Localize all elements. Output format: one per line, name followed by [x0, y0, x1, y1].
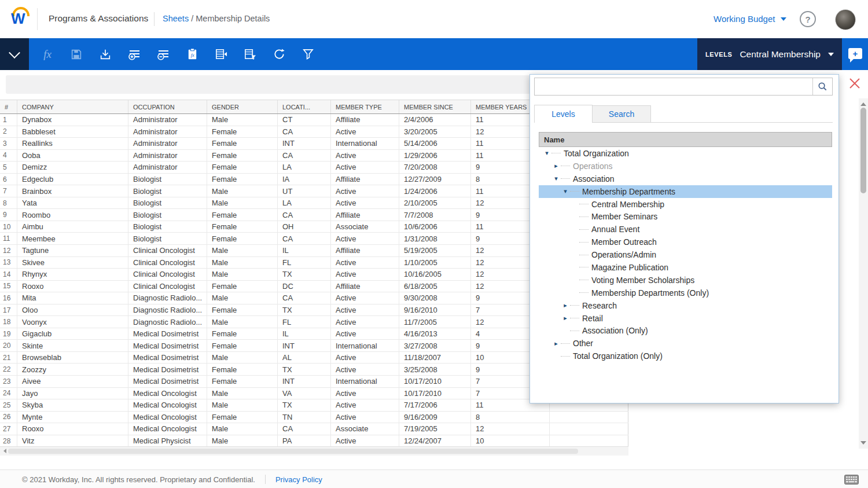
refresh-button[interactable]: [264, 42, 293, 67]
table-cell[interactable]: 12/27/2009: [399, 174, 471, 185]
search-button[interactable]: [812, 78, 832, 95]
table-cell[interactable]: Mita: [17, 292, 128, 304]
table-cell[interactable]: TX: [278, 304, 331, 316]
tree-item[interactable]: Magazine Publication: [539, 261, 832, 274]
table-cell[interactable]: Female: [207, 304, 278, 316]
chevron-collapsed-icon[interactable]: ▸: [562, 302, 569, 309]
table-cell[interactable]: Zoozzy: [17, 364, 128, 375]
vertical-scrollbar[interactable]: [859, 98, 868, 449]
table-cell[interactable]: 7/19/2005: [399, 423, 471, 435]
table-cell[interactable]: Female: [207, 376, 278, 387]
delete-row-button[interactable]: [149, 42, 178, 67]
table-cell[interactable]: 3/20/2005: [399, 126, 471, 138]
table-cell[interactable]: PA: [278, 435, 331, 447]
add-row-button[interactable]: [120, 42, 149, 67]
table-cell[interactable]: Female: [207, 209, 278, 221]
row-number-cell[interactable]: 16: [0, 292, 17, 304]
tree-item[interactable]: Member Seminars: [539, 210, 832, 223]
scroll-down-icon[interactable]: [860, 441, 866, 447]
table-cell[interactable]: Female: [207, 126, 278, 138]
table-cell[interactable]: 1/10/2005: [399, 257, 471, 269]
table-cell[interactable]: Medical Dosimetrist: [128, 328, 207, 340]
tree-item[interactable]: ▸Research: [539, 299, 832, 312]
table-cell[interactable]: Brainbox: [17, 185, 128, 197]
table-cell[interactable]: Male: [207, 257, 278, 269]
row-number-cell[interactable]: 24: [0, 388, 17, 399]
chevron-collapsed-icon[interactable]: ▸: [553, 163, 560, 169]
tree-item[interactable]: ▸Retail: [539, 312, 832, 325]
table-cell[interactable]: 9/30/2008: [399, 292, 471, 304]
table-cell[interactable]: Dynabox: [17, 114, 128, 126]
filter-button[interactable]: [293, 42, 322, 67]
table-cell[interactable]: CA: [278, 233, 331, 244]
sheet-display-button[interactable]: [207, 42, 236, 67]
table-cell[interactable]: 10/16/2005: [399, 269, 471, 280]
table-cell[interactable]: Male: [207, 423, 278, 435]
table-cell[interactable]: Active: [331, 316, 399, 328]
row-number-cell[interactable]: 27: [0, 423, 17, 435]
table-cell[interactable]: Vitz: [17, 435, 128, 447]
table-cell[interactable]: Administrator: [128, 126, 207, 138]
table-cell[interactable]: Administrator: [128, 150, 207, 162]
table-cell[interactable]: Affiliate: [331, 209, 399, 221]
row-number-cell[interactable]: 7: [0, 185, 17, 197]
table-cell[interactable]: Male: [207, 269, 278, 280]
column-header[interactable]: COMPANY: [17, 100, 128, 113]
row-number-cell[interactable]: 3: [0, 138, 17, 149]
table-cell[interactable]: TN: [278, 412, 331, 423]
column-header[interactable]: MEMBER SINCE: [399, 100, 471, 113]
table-cell[interactable]: Active: [331, 126, 399, 138]
table-cell[interactable]: Medical Dosimetrist: [128, 364, 207, 375]
tree-item[interactable]: Association (Only): [539, 324, 832, 337]
paste-formula-button[interactable]: fx: [178, 42, 207, 67]
table-cell[interactable]: Biologist: [128, 174, 207, 185]
table-cell[interactable]: Associate: [331, 221, 399, 233]
table-cell[interactable]: International: [331, 376, 399, 387]
table-cell[interactable]: Biologist: [128, 197, 207, 209]
table-cell[interactable]: Diagnostic Radiolo...: [128, 304, 207, 316]
table-cell[interactable]: Male: [207, 114, 278, 126]
row-number-cell[interactable]: 13: [0, 257, 17, 269]
tree-item[interactable]: Central Membership: [539, 198, 832, 211]
row-number-cell[interactable]: 17: [0, 304, 17, 316]
tree-item[interactable]: Membership Departments (Only): [539, 287, 832, 299]
table-cell-blank[interactable]: [550, 412, 628, 423]
table-cell[interactable]: Biologist: [128, 185, 207, 197]
table-cell[interactable]: Biologist: [128, 221, 207, 233]
table-cell[interactable]: Voonyx: [17, 316, 128, 328]
table-cell[interactable]: 12/24/2007: [399, 435, 471, 447]
chevron-expanded-icon[interactable]: ▾: [543, 150, 550, 156]
table-cell[interactable]: Affiliate: [331, 281, 399, 292]
table-cell[interactable]: Male: [207, 197, 278, 209]
table-cell[interactable]: DC: [278, 281, 331, 292]
comment-button[interactable]: +: [848, 48, 862, 59]
row-number-cell[interactable]: 20: [0, 340, 17, 351]
tab-search[interactable]: Search: [593, 105, 651, 123]
table-cell[interactable]: Active: [331, 233, 399, 244]
table-cell[interactable]: TX: [278, 399, 331, 411]
table-cell[interactable]: 10/6/2006: [399, 221, 471, 233]
table-cell[interactable]: Ooba: [17, 150, 128, 162]
table-cell[interactable]: 1/24/2006: [399, 185, 471, 197]
row-number-cell[interactable]: 6: [0, 174, 17, 185]
table-cell[interactable]: 7/20/2008: [399, 162, 471, 173]
table-cell[interactable]: Active: [331, 269, 399, 280]
row-number-cell[interactable]: 14: [0, 269, 17, 280]
table-cell[interactable]: Male: [207, 292, 278, 304]
table-cell[interactable]: Active: [331, 435, 399, 447]
table-cell[interactable]: Male: [207, 388, 278, 399]
horizontal-scroll-thumb[interactable]: [8, 449, 578, 454]
table-cell[interactable]: Male: [207, 185, 278, 197]
chevron-collapsed-icon[interactable]: ▸: [553, 340, 560, 347]
table-cell[interactable]: 12: [471, 423, 550, 435]
table-cell[interactable]: Male: [207, 399, 278, 411]
row-number-cell[interactable]: 5: [0, 162, 17, 173]
table-cell[interactable]: Active: [331, 162, 399, 173]
table-cell[interactable]: CA: [278, 292, 331, 304]
table-cell[interactable]: Medical Dosimetrist: [128, 340, 207, 351]
table-cell[interactable]: 7/7/2008: [399, 209, 471, 221]
close-panel-button[interactable]: [848, 77, 861, 90]
row-number-cell[interactable]: 9: [0, 209, 17, 221]
table-cell[interactable]: Active: [331, 412, 399, 423]
table-cell[interactable]: Active: [331, 292, 399, 304]
